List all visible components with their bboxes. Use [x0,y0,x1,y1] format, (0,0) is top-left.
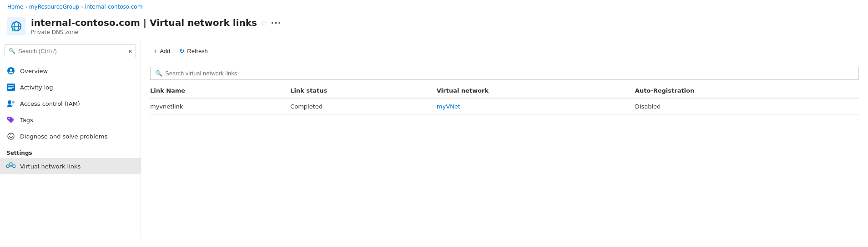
svg-point-10 [10,69,12,71]
vnet-links-icon [6,162,15,171]
sidebar-item-activity-log[interactable]: Activity log [0,79,141,95]
resource-subtitle: Private DNS zone [31,29,282,35]
sidebar-item-overview-label: Overview [20,68,48,74]
svg-point-20 [6,165,9,168]
links-table: Link Name Link status Virtual network Au… [150,84,859,115]
sidebar: 🔍 « Overview Activity log [0,41,141,238]
table-row: myvnetlink Completed myVNet Disabled [150,98,859,115]
refresh-button[interactable]: ↻ Refresh [176,45,212,56]
access-control-icon [6,99,15,108]
svg-point-17 [9,118,10,119]
sidebar-item-tags[interactable]: Tags [0,112,141,128]
content-area: + Add ↻ Refresh 🔍 Link Name Link status … [141,41,868,238]
table-search-container: 🔍 [150,67,859,80]
sidebar-search-container: 🔍 « [5,44,136,57]
table-area: 🔍 Link Name Link status Virtual network … [141,61,868,238]
more-actions-icon[interactable]: ··· [271,18,282,28]
svg-point-15 [8,100,11,104]
cell-auto-registration: Disabled [635,98,859,115]
sidebar-search-icon: 🔍 [9,48,15,54]
col-auto-registration: Auto-Registration [635,84,859,98]
svg-point-16 [12,101,15,104]
breadcrumb: Home › myResourceGroup › internal-contos… [0,0,868,14]
activity-log-icon [6,83,15,92]
refresh-button-label: Refresh [187,48,208,54]
resource-title-text: internal-contoso.com | Virtual network l… [31,17,257,28]
table-search-icon: 🔍 [155,70,162,77]
cell-virtual-network: myVNet [437,98,635,115]
resource-title: internal-contoso.com | Virtual network l… [31,17,282,28]
diagnose-icon [6,132,15,141]
col-link-name: Link Name [150,84,290,98]
sidebar-search-input[interactable] [18,48,126,54]
breadcrumb-home[interactable]: Home [7,4,23,10]
add-button[interactable]: + Add [150,45,174,56]
overview-icon [6,66,15,75]
sidebar-item-overview[interactable]: Overview [0,63,141,79]
breadcrumb-resource[interactable]: internal-contoso.com [85,4,143,10]
resource-icon [7,17,25,35]
table-header: Link Name Link status Virtual network Au… [150,84,859,98]
add-icon: + [154,47,157,54]
svg-point-22 [13,165,15,168]
sidebar-item-virtual-network-links[interactable]: Virtual network links [0,158,141,174]
col-link-status: Link status [290,84,437,98]
breadcrumb-resource-group[interactable]: myResourceGroup [29,4,79,10]
cell-link-name: myvnetlink [150,98,290,115]
resource-header: internal-contoso.com | Virtual network l… [0,14,868,41]
dns-zone-icon [7,17,25,35]
sidebar-item-activity-log-label: Activity log [20,84,53,91]
breadcrumb-sep1: › [25,4,27,10]
cell-link-status: Completed [290,98,437,115]
sidebar-nav: Overview Activity log Access control (IA… [0,61,141,238]
sidebar-item-vnet-links-label: Virtual network links [20,163,81,170]
resource-title-block: internal-contoso.com | Virtual network l… [31,17,282,35]
virtual-network-link[interactable]: myVNet [437,103,460,110]
sidebar-item-access-control-label: Access control (IAM) [20,100,80,107]
sidebar-item-diagnose-label: Diagnose and solve problems [20,133,107,140]
col-virtual-network: Virtual network [437,84,635,98]
sidebar-item-tags-label: Tags [20,117,33,124]
breadcrumb-sep2: › [81,4,83,10]
sidebar-item-diagnose[interactable]: Diagnose and solve problems [0,128,141,144]
main-layout: 🔍 « Overview Activity log [0,41,868,238]
table-search-input[interactable] [165,70,854,77]
table-body: myvnetlink Completed myVNet Disabled [150,98,859,115]
tags-icon [6,115,15,124]
sidebar-collapse-button[interactable]: « [128,47,132,54]
settings-section-header: Settings [0,144,141,158]
favorite-star-icon[interactable]: ☆ [261,19,267,27]
refresh-icon: ↻ [179,47,185,54]
toolbar: + Add ↻ Refresh [141,41,868,61]
sidebar-item-access-control[interactable]: Access control (IAM) [0,95,141,112]
add-button-label: Add [160,48,170,54]
